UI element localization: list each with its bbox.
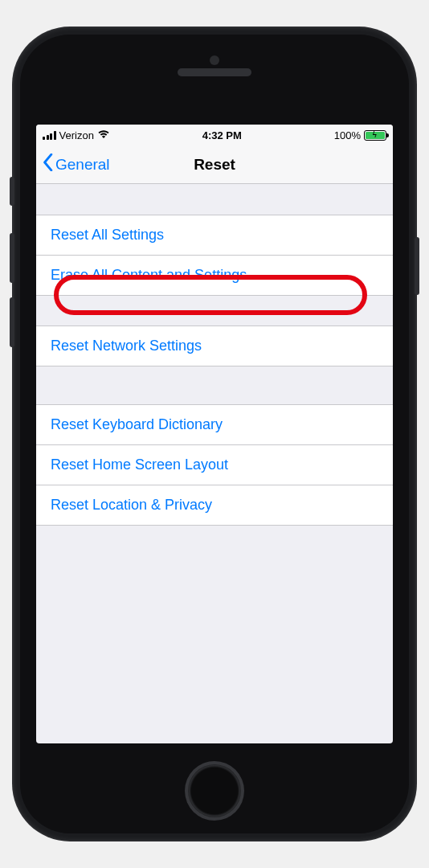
stage: Verizon 4:32 PM 100% ϟ [0, 0, 429, 868]
cell-reset-keyboard-dictionary[interactable]: Reset Keyboard Dictionary [36, 404, 393, 444]
group-2: Reset Network Settings [36, 326, 393, 366]
earpiece-speaker [178, 68, 251, 76]
cell-label: Reset Network Settings [51, 338, 202, 354]
cell-label: Reset Home Screen Layout [51, 457, 228, 473]
status-right: 100% ϟ [334, 129, 386, 141]
content: Reset All Settings Erase All Content and… [36, 215, 393, 525]
battery-percentage: 100% [334, 129, 361, 141]
chevron-left-icon [43, 154, 54, 175]
status-left: Verizon [43, 129, 110, 141]
iphone-device-frame: Verizon 4:32 PM 100% ϟ [14, 28, 415, 840]
cell-label: Reset Location & Privacy [51, 497, 212, 514]
cell-reset-home-screen-layout[interactable]: Reset Home Screen Layout [36, 444, 393, 485]
volume-up-button [10, 233, 14, 283]
cell-erase-all-content-and-settings[interactable]: Erase All Content and Settings [36, 255, 393, 295]
cell-label: Reset Keyboard Dictionary [51, 416, 223, 433]
status-bar: Verizon 4:32 PM 100% ϟ [36, 125, 393, 145]
cell-reset-all-settings[interactable]: Reset All Settings [36, 215, 393, 255]
cell-reset-network-settings[interactable]: Reset Network Settings [36, 326, 393, 366]
group-3: Reset Keyboard Dictionary Reset Home Scr… [36, 404, 393, 525]
proximity-sensor [210, 55, 219, 65]
cell-label: Erase All Content and Settings [51, 267, 247, 284]
home-button[interactable] [185, 761, 244, 821]
wifi-icon [97, 129, 110, 141]
mute-switch [10, 177, 14, 206]
back-button[interactable]: General [43, 154, 110, 175]
volume-down-button [10, 297, 14, 347]
navigation-bar: General Reset [36, 145, 393, 184]
back-button-label: General [55, 156, 110, 174]
power-button [415, 237, 419, 295]
screen: Verizon 4:32 PM 100% ϟ [36, 125, 393, 743]
cell-label: Reset All Settings [51, 227, 164, 244]
carrier-label: Verizon [59, 129, 94, 141]
cellular-signal-icon [43, 131, 56, 140]
group-1: Reset All Settings Erase All Content and… [36, 215, 393, 295]
battery-icon: ϟ [364, 130, 386, 141]
cell-reset-location-and-privacy[interactable]: Reset Location & Privacy [36, 485, 393, 525]
status-time: 4:32 PM [202, 129, 242, 141]
charging-bolt-icon: ϟ [372, 131, 378, 139]
